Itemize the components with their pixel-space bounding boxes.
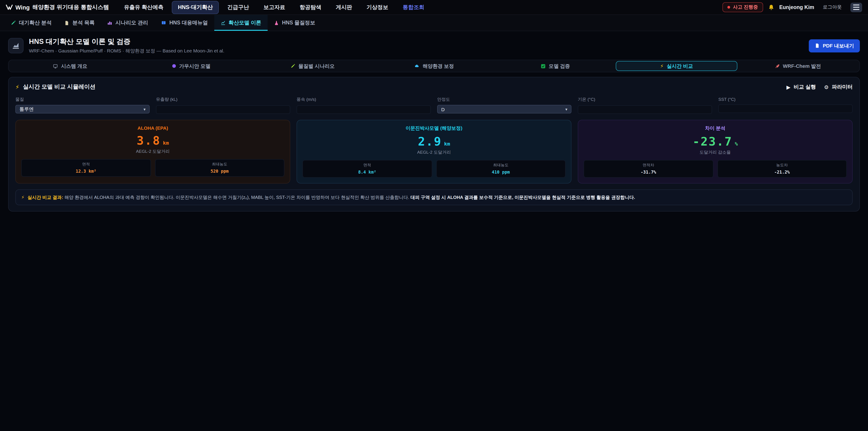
tab-label: 시스템 개요	[61, 63, 87, 69]
notification-bell-icon[interactable]	[768, 4, 774, 11]
subtab-atmospheric-analysis[interactable]: 대기확산 분석	[4, 15, 58, 31]
subtab-hns-substance-info[interactable]: HNS 물질정보	[268, 15, 322, 31]
field-label: 유출량 (kL)	[156, 97, 290, 102]
document-icon	[64, 20, 69, 26]
air-temperature-input[interactable]	[578, 105, 712, 114]
nav-item-hns-atmospheric[interactable]: HNS·대기확산	[172, 1, 219, 14]
nav-item-rescue[interactable]: 긴급구난	[221, 1, 255, 14]
stat-label: 최대농도	[157, 162, 282, 167]
tab-system-overview[interactable]: 시스템 개요	[9, 61, 131, 71]
stat-value: -31.7%	[586, 169, 711, 174]
stat-value: 410 ppm	[438, 169, 563, 174]
page-title: HNS 대기확산 모델 이론 및 검증	[29, 37, 224, 47]
result-value: 3.8	[137, 133, 161, 147]
nav-item-aerial-search[interactable]: 항공탐색	[294, 1, 327, 14]
result-subtitle: AEGL-2 도달거리	[303, 149, 565, 155]
gear-icon: ⚙	[824, 84, 829, 90]
app-logo: Wing 해양환경 위기대응 통합시스템	[6, 3, 109, 11]
panel-actions: ▶ 비교 실행 ⚙ 파라미터	[786, 84, 852, 90]
rocket-icon	[775, 63, 780, 68]
stability-select-value: D	[441, 106, 445, 112]
pdf-export-label: PDF 내보내기	[823, 42, 854, 49]
comparison-result-note: ⚡ 실시간 비교 결과: 해양 환경에서 ALOHA의 과대 예측 경향이 확인…	[16, 189, 852, 205]
user-name: Eunjeong Kim	[779, 4, 814, 10]
stat-label: 면적차	[586, 162, 711, 168]
subtab-label: HNS 물질정보	[282, 20, 315, 26]
note-emphasis: 대피 구역 설정 시 ALOHA 결과를 보수적 기준으로, 이문진박사모델을 …	[410, 194, 635, 199]
nav-item-oil-spill[interactable]: 유출유 확산예측	[118, 1, 169, 14]
panel-title-text: 실시간 모델 비교 시뮬레이션	[23, 83, 96, 91]
stat-max-concentration: 최대농도 520 ppm	[155, 159, 284, 177]
wind-speed-input[interactable]	[297, 105, 431, 114]
tab-model-validation[interactable]: 모델 검증	[495, 61, 616, 71]
parameters-button[interactable]: ⚙ 파라미터	[824, 84, 852, 90]
chart-bars-icon	[107, 20, 112, 25]
field-label: 안정도	[437, 97, 571, 102]
nav-item-weather[interactable]: 기상정보	[361, 1, 394, 14]
tab-marine-correction[interactable]: 해양환경 보정	[373, 61, 495, 71]
play-icon: ▶	[786, 84, 790, 90]
result-card-lee-model: 이문진박사모델 (해양보정) 2.9 km AEGL-2 도달거리 면적 8.4…	[297, 120, 571, 183]
top-navigation: Wing 해양환경 위기대응 통합시스템 유출유 확산예측 HNS·대기확산 긴…	[0, 0, 868, 15]
note-prefix: 실시간 비교 결과:	[28, 194, 63, 199]
result-subtitle: 도달거리 감소율	[584, 149, 847, 155]
nav-item-integrated-search[interactable]: 통합조회	[397, 1, 430, 14]
pdf-export-button[interactable]: PDF 내보내기	[809, 39, 860, 52]
stat-value: -21.2%	[719, 169, 844, 174]
result-subtitle: AEGL-2 도달거리	[21, 149, 284, 154]
stability-select[interactable]: D ▾	[437, 105, 571, 114]
tab-label: 모델 검증	[549, 63, 570, 69]
field-label: SST (°C)	[718, 97, 852, 102]
result-value-row: 2.9 km	[303, 134, 565, 148]
field-label: 풍속 (m/s)	[297, 97, 431, 102]
result-value-row: 3.8 km	[21, 133, 284, 147]
chart-line-icon	[220, 20, 225, 25]
incident-dot-icon	[727, 6, 730, 8]
substance-select[interactable]: 톨루엔 ▾	[16, 105, 150, 114]
note-body: 해양 환경에서 ALOHA의 과대 예측 경향이 확인됩니다. 이문진박사모델은…	[64, 194, 410, 199]
spill-volume-input[interactable]	[156, 105, 290, 114]
subtab-analysis-list[interactable]: 분석 목록	[58, 15, 101, 31]
tab-wrf-chem[interactable]: WRF-Chem 발전	[737, 61, 859, 71]
subtab-hns-manual[interactable]: HNS 대응매뉴얼	[154, 15, 214, 31]
stat-label: 최대농도	[438, 162, 563, 168]
subtab-label: 확산모델 이론	[228, 20, 261, 26]
cloud-icon	[414, 64, 420, 68]
nav-item-reports[interactable]: 보고자료	[258, 1, 291, 14]
result-stats: 면적 8.4 km² 최대농도 410 ppm	[303, 160, 565, 177]
result-stats: 면적차 -31.7% 농도차 -21.2%	[584, 160, 847, 177]
subtab-diffusion-model-theory[interactable]: 확산모델 이론	[214, 15, 268, 31]
purple-dot-icon	[173, 64, 176, 68]
tab-substance-scenarios[interactable]: 물질별 시나리오	[252, 61, 373, 71]
sst-input[interactable]	[718, 104, 852, 113]
pencil-icon	[291, 64, 295, 68]
run-comparison-button[interactable]: ▶ 비교 실행	[786, 84, 816, 90]
topnav-right: 사고 진행중 Eunjeong Kim 로그아웃	[723, 2, 862, 12]
tab-gaussian-model[interactable]: 가우시안 모델	[131, 61, 252, 71]
stat-area: 면적 12.3 km²	[21, 159, 151, 177]
page-header-text: HNS 대기확산 모델 이론 및 검증 WRF-Chem · Gaussian …	[29, 37, 224, 54]
pdf-document-icon	[815, 43, 819, 49]
book-icon	[161, 20, 166, 25]
bolt-icon: ⚡	[21, 194, 24, 199]
hamburger-menu-icon[interactable]	[850, 2, 862, 12]
subtab-label: 분석 목록	[72, 20, 94, 26]
stat-label: 면적	[305, 162, 430, 168]
stat-value: 12.3 km²	[24, 168, 149, 173]
field-sst: SST (°C)	[718, 97, 852, 114]
tab-realtime-comparison[interactable]: ⚡ 실시간 비교	[616, 61, 737, 71]
subtab-label: HNS 대응매뉴얼	[169, 20, 208, 26]
subtab-scenario-management[interactable]: 시나리오 관리	[101, 15, 154, 31]
incident-status-badge: 사고 진행중	[723, 2, 763, 12]
system-title: 해양환경 위기대응 통합시스템	[32, 3, 109, 11]
nav-item-board[interactable]: 게시판	[330, 1, 358, 14]
logout-button[interactable]: 로그아웃	[819, 2, 845, 12]
tab-label: WRF-Chem 발전	[783, 63, 821, 69]
result-value-row: -23.7 %	[584, 134, 847, 148]
stat-area: 면적 8.4 km²	[303, 160, 432, 177]
tab-label: 물질별 시나리오	[298, 63, 335, 69]
pencil-icon	[11, 20, 16, 25]
panel-header: ⚡ 실시간 모델 비교 시뮬레이션 ▶ 비교 실행 ⚙ 파라미터	[16, 83, 852, 91]
stat-area-difference: 면적차 -31.7%	[584, 160, 713, 177]
tab-label: 해양환경 보정	[423, 63, 454, 69]
